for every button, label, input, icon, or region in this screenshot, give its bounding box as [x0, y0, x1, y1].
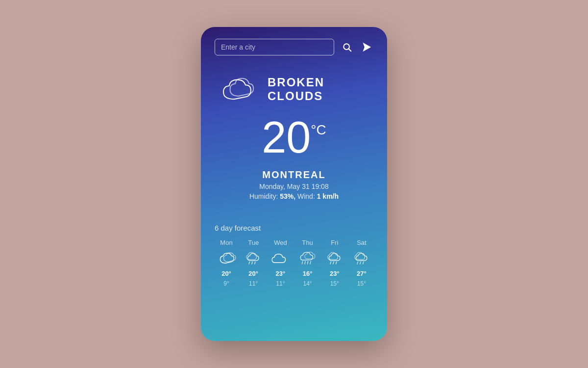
svg-line-10: [330, 262, 331, 264]
svg-line-1: [349, 49, 351, 52]
forecast-high-temp: 23°: [330, 270, 340, 277]
forecast-high-temp: 27°: [357, 270, 367, 277]
weather-icon-row: BROKEN CLOUDS: [215, 71, 373, 107]
forecast-weather-icon: [270, 249, 291, 267]
svg-line-9: [310, 262, 310, 264]
forecast-low-temp: 14°: [303, 280, 312, 287]
svg-line-11: [333, 262, 334, 264]
city-name: MONTREAL: [262, 169, 325, 181]
forecast-day: Sat 27° 15°: [350, 239, 373, 287]
forecast-day: Wed 23° 11°: [269, 239, 292, 287]
forecast-low-temp: 15°: [357, 280, 366, 287]
svg-marker-2: [363, 43, 371, 52]
svg-line-5: [255, 262, 255, 264]
forecast-weather-icon: [216, 249, 237, 267]
svg-line-15: [363, 262, 363, 264]
forecast-day-name: Wed: [274, 239, 287, 246]
search-icon: [342, 42, 352, 52]
wind-value: 1 km/h: [317, 192, 339, 200]
temperature-value: 20: [262, 115, 311, 159]
temperature-unit: °C: [311, 122, 326, 138]
forecast-label: 6 day forecast: [215, 224, 373, 232]
forecast-day: Fri 23° 15°: [323, 239, 346, 287]
forecast-low-temp: 9°: [223, 280, 229, 287]
main-weather-icon: [215, 71, 259, 107]
forecast-day-name: Sat: [357, 239, 367, 246]
svg-line-13: [357, 262, 358, 264]
svg-line-3: [249, 262, 249, 264]
location-button[interactable]: [360, 40, 373, 54]
humidity-label: Humidity:: [249, 192, 280, 200]
forecast-weather-icon: [243, 249, 264, 267]
forecast-weather-icon: [324, 249, 345, 267]
forecast-low-temp: 11°: [276, 280, 285, 287]
forecast-section: 6 day forecast Mon 20° 9° Tue 20° 11° We…: [215, 224, 373, 287]
forecast-day: Tue 20° 11°: [242, 239, 265, 287]
forecast-day-name: Tue: [248, 239, 259, 246]
svg-line-12: [336, 262, 336, 264]
date-time: Monday, May 31 19:08: [259, 183, 328, 190]
forecast-day: Thu 16° 14°: [296, 239, 319, 287]
location-icon: [362, 42, 371, 52]
svg-line-7: [304, 262, 305, 264]
weather-card: BROKEN CLOUDS 20 °C MONTREAL Monday, May…: [201, 27, 387, 341]
forecast-day-name: Thu: [302, 239, 313, 246]
forecast-high-temp: 16°: [303, 270, 313, 277]
forecast-low-temp: 15°: [330, 280, 339, 287]
search-row: [215, 39, 373, 55]
condition-text: BROKEN CLOUDS: [268, 76, 373, 103]
forecast-day: Mon 20° 9°: [215, 239, 238, 287]
forecast-grid: Mon 20° 9° Tue 20° 11° Wed 23°: [215, 239, 373, 287]
svg-line-6: [302, 262, 302, 264]
forecast-high-temp: 20°: [248, 270, 258, 277]
humidity-wind: Humidity: 53%, Wind: 1 km/h: [249, 192, 339, 200]
forecast-high-temp: 23°: [276, 270, 286, 277]
wind-label: Wind:: [297, 192, 317, 200]
forecast-day-name: Fri: [331, 239, 338, 246]
temperature-row: 20 °C: [262, 115, 326, 159]
humidity-value: 53%,: [280, 192, 297, 200]
search-input[interactable]: [215, 39, 334, 55]
search-button[interactable]: [340, 40, 354, 54]
svg-line-8: [307, 262, 308, 264]
svg-line-14: [360, 262, 361, 264]
forecast-high-temp: 20°: [221, 270, 231, 277]
weather-main: BROKEN CLOUDS 20 °C MONTREAL Monday, May…: [215, 71, 373, 200]
svg-line-4: [252, 262, 252, 264]
forecast-weather-icon: [351, 249, 372, 267]
forecast-weather-icon: [297, 249, 318, 267]
forecast-low-temp: 11°: [249, 280, 258, 287]
forecast-day-name: Mon: [220, 239, 232, 246]
